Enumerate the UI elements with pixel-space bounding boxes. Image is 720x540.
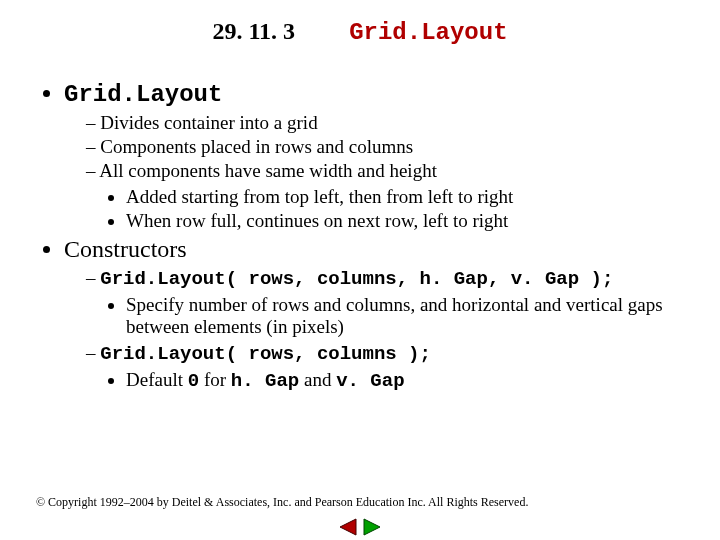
slide-body: 29. 11. 3 Grid.Layout Grid.Layout Divide… [0, 0, 720, 392]
ctor-2: Grid.Layout( rows, columns ); Default 0 … [86, 342, 684, 392]
bullet-list: Grid.Layout Divides container into a gri… [36, 80, 684, 392]
bullet-constructors: Constructors Grid.Layout( rows, columns,… [64, 236, 684, 392]
ctor-1-desc: Specify number of rows and columns, and … [126, 294, 684, 338]
copyright-text: © Copyright 1992–2004 by Deitel & Associ… [36, 495, 528, 510]
bullet-gridlayout: Grid.Layout Divides container into a gri… [64, 80, 684, 232]
sub-item: Divides container into a grid [86, 112, 684, 134]
section-number: 29. 11. 3 [212, 18, 295, 45]
title-name: Grid.Layout [349, 19, 507, 46]
ctor-1: Grid.Layout( rows, columns, h. Gap, v. G… [86, 267, 684, 338]
nav-controls [0, 514, 720, 536]
sub-item: Components placed in rows and columns [86, 136, 684, 158]
svg-marker-1 [364, 519, 380, 535]
next-icon[interactable] [362, 514, 382, 535]
subsub-item: Added starting from top left, then from … [126, 186, 684, 208]
slide-title: 29. 11. 3 Grid.Layout [36, 18, 684, 46]
gridlayout-head: Grid.Layout [64, 81, 222, 108]
sub-item: All components have same width and heigh… [86, 160, 684, 232]
constructors-head: Constructors [64, 236, 187, 262]
svg-marker-0 [340, 519, 356, 535]
prev-icon[interactable] [338, 514, 363, 535]
ctor-2-desc: Default 0 for h. Gap and v. Gap [126, 369, 684, 392]
subsub-item: When row full, continues on next row, le… [126, 210, 684, 232]
